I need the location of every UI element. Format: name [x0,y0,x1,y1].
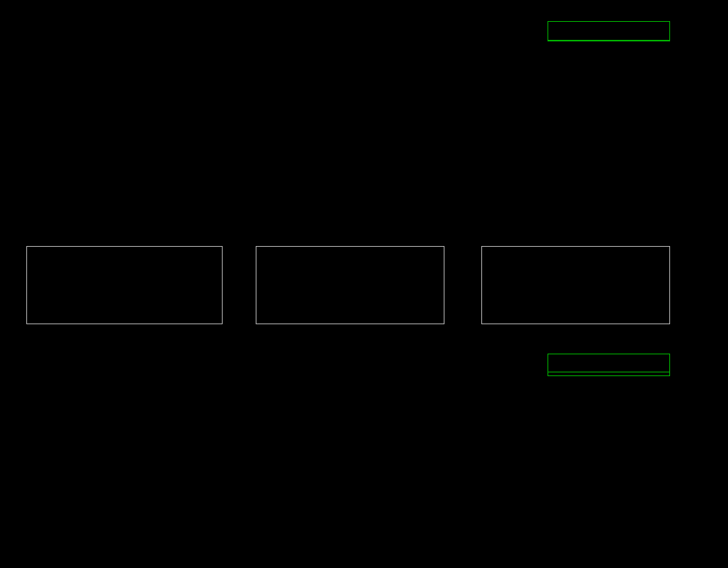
autoscala-table-title [548,22,669,41]
autoscala-output-table [548,21,670,41]
aip-table-title [548,354,669,372]
thumbnail-filtered [256,246,444,324]
thumbnail-f2trace [481,246,670,324]
thumbnail-caption-filtered [256,326,444,336]
autoscala-window [0,0,728,568]
thumbnail-f2trace-canvas [482,247,669,323]
thumbnail-original [26,246,223,324]
top-ionogram-canvas [0,12,549,236]
bottom-ionogram-canvas [0,345,549,568]
aip-output-table [548,354,670,376]
aip-table-rows [548,372,669,375]
thumbnail-filtered-canvas [256,247,444,323]
thumbnail-caption-original [26,326,223,336]
thumbnail-caption-f2trace [481,326,670,336]
thumbnail-original-canvas [27,247,222,323]
